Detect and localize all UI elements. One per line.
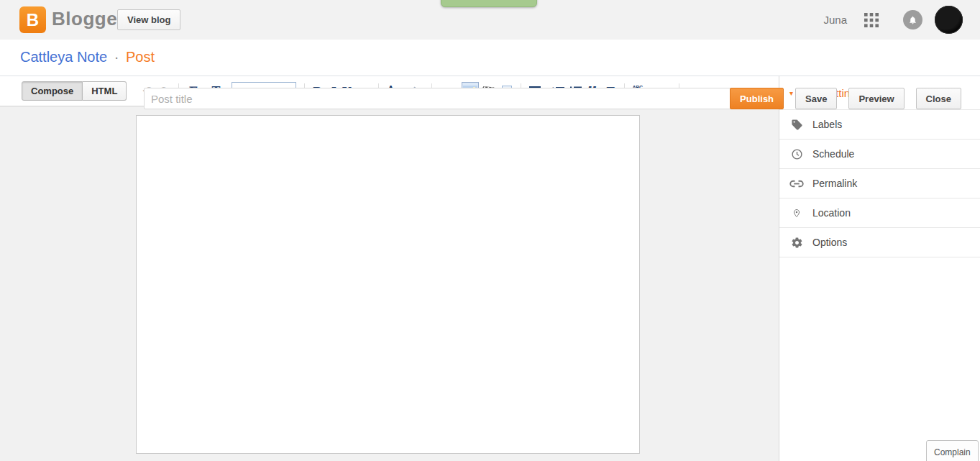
sidebar-item-label: Permalink: [812, 178, 857, 189]
sidebar-item-label: Options: [812, 237, 847, 248]
post-title-input[interactable]: [144, 88, 748, 109]
link-chain-icon: [789, 180, 804, 188]
sidebar-item-location[interactable]: Location: [779, 198, 980, 228]
breadcrumb-separator: ·: [114, 49, 119, 65]
post-settings-sidebar: ▾ Post settings Labels Schedule Permalin…: [779, 76, 980, 461]
post-body-editor[interactable]: [136, 115, 640, 454]
blogger-logo-text[interactable]: Blogger: [52, 8, 125, 30]
editor-mode-switch: Compose HTML: [22, 81, 127, 101]
sidebar-item-schedule[interactable]: Schedule: [779, 140, 980, 169]
location-pin-icon: [789, 207, 804, 219]
apps-grid-icon[interactable]: [864, 13, 879, 27]
sidebar-item-permalink[interactable]: Permalink: [779, 169, 980, 198]
view-blog-button[interactable]: View blog: [117, 9, 180, 30]
username-label: Juna: [823, 14, 847, 26]
save-button[interactable]: Save: [795, 88, 837, 109]
post-title-bar: Cattleya Note · Post Publish Save Previe…: [0, 40, 980, 76]
user-avatar[interactable]: [935, 6, 963, 34]
complain-button[interactable]: Complain: [926, 440, 979, 461]
sidebar-item-label: Location: [812, 207, 851, 219]
blogger-logo-icon[interactable]: B: [19, 6, 46, 33]
breadcrumb-blog-name[interactable]: Cattleya Note: [20, 49, 107, 65]
clock-icon: [789, 148, 804, 160]
gear-icon: [789, 237, 804, 249]
breadcrumb-page-type: Post: [126, 49, 155, 65]
close-button[interactable]: Close: [916, 88, 961, 109]
tab-compose[interactable]: Compose: [22, 81, 83, 101]
breadcrumb: Cattleya Note · Post: [20, 49, 155, 65]
notification-toast: [441, 0, 537, 7]
tag-icon: [789, 119, 804, 131]
sidebar-item-label: Schedule: [812, 148, 854, 160]
preview-button[interactable]: Preview: [848, 88, 904, 109]
sidebar-item-label: Labels: [812, 119, 842, 130]
sidebar-item-options[interactable]: Options: [779, 228, 980, 257]
sidebar-item-labels[interactable]: Labels: [779, 110, 980, 140]
notifications-bell-icon[interactable]: [903, 10, 922, 29]
publish-button[interactable]: Publish: [730, 88, 784, 109]
tab-html[interactable]: HTML: [83, 81, 127, 101]
